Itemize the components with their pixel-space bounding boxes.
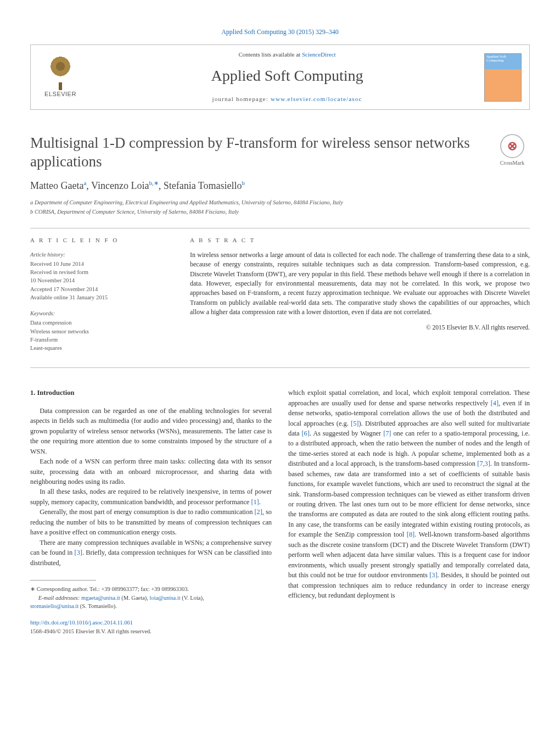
abstract-copyright: © 2015 Elsevier B.V. All rights reserved…: [190, 323, 530, 332]
doi-link[interactable]: http://dx.doi.org/10.1016/j.asoc.2014.11…: [30, 620, 133, 626]
article-info-block: A R T I C L E I N F O Article history: R…: [30, 228, 180, 367]
footnotes: ∗ Corresponding author. Tel.: +39 089963…: [30, 585, 272, 611]
keyword: Wireless sensor networks: [30, 327, 170, 336]
corresponding-author-note: ∗ Corresponding author. Tel.: +39 089963…: [30, 585, 272, 594]
article-info-heading: A R T I C L E I N F O: [30, 236, 170, 245]
affiliations: a Department of Computer Engineering, El…: [30, 198, 530, 215]
history-line: Received in revised form: [30, 268, 170, 276]
body-paragraph: Each node of a WSN can perform three mai…: [30, 456, 272, 487]
email-link[interactable]: stomasiello@unisa.it: [30, 603, 79, 609]
body-columns: 1. Introduction Data compression can be …: [30, 388, 530, 636]
email-addresses: E-mail addresses: mgaeta@unisa.it (M. Ga…: [38, 594, 272, 602]
citation-link[interactable]: [7]: [383, 429, 391, 437]
author-3: Stefania Tomasiello: [164, 180, 242, 191]
history-line: Accepted 17 November 2014: [30, 285, 170, 293]
body-paragraph: There are many compression techniques av…: [30, 538, 272, 568]
journal-name: Applied Soft Computing: [90, 65, 484, 87]
journal-reference: Applied Soft Computing 30 (2015) 329–340: [30, 27, 530, 37]
crossmark-label: CrossMark: [500, 160, 524, 166]
sciencedirect-link[interactable]: ScienceDirect: [302, 51, 336, 58]
cover-band: Applied Soft Computing: [485, 54, 521, 69]
elsevier-logo[interactable]: ELSEVIER: [38, 55, 82, 99]
journal-header: ELSEVIER Contents lists available at Sci…: [30, 44, 530, 109]
citation-link[interactable]: [1]: [251, 498, 259, 506]
author-3-aff: b: [242, 180, 245, 186]
authors-line: Matteo Gaetaa, Vincenzo Loiab,∗, Stefani…: [30, 178, 530, 193]
email-link[interactable]: mgaeta@unisa.it: [81, 595, 120, 601]
section-1-heading: 1. Introduction: [30, 388, 272, 398]
crossmark-badge[interactable]: ⊗ CrossMark: [495, 134, 530, 168]
citation-link[interactable]: [2]: [254, 508, 262, 516]
history-line: Available online 31 January 2015: [30, 293, 170, 302]
history-line: 10 November 2014: [30, 276, 170, 284]
history-line: Received 10 June 2014: [30, 260, 170, 268]
abstract-heading: A B S T R A C T: [190, 236, 530, 245]
contents-list-line: Contents lists available at ScienceDirec…: [90, 51, 484, 59]
footnote-separator: [30, 580, 96, 581]
keyword: Least-squares: [30, 344, 170, 352]
citation-link[interactable]: [7,3]: [477, 460, 490, 467]
journal-ref-link[interactable]: Applied Soft Computing 30 (2015) 329–340: [221, 28, 339, 36]
affiliation-b: b CORISA, Department of Computer Science…: [30, 208, 530, 216]
author-2-aff: b,∗: [149, 180, 158, 186]
email-link[interactable]: loia@unisa.it: [150, 595, 181, 601]
abstract-block: A B S T R A C T In wireless sensor netwo…: [180, 228, 530, 367]
history-label: Article history:: [30, 250, 170, 259]
crossmark-icon: ⊗: [500, 134, 524, 158]
email-addresses-cont: stomasiello@unisa.it (S. Tomasiello).: [30, 602, 272, 611]
citation-link[interactable]: [8]: [407, 531, 415, 538]
keyword: F-transform: [30, 336, 170, 344]
affiliation-a: a Department of Computer Engineering, El…: [30, 198, 530, 207]
doi-block: http://dx.doi.org/10.1016/j.asoc.2014.11…: [30, 618, 272, 636]
elsevier-tree-icon: [46, 56, 75, 86]
body-paragraph: Data compression can be regarded as one …: [30, 406, 272, 456]
citation-link[interactable]: [3]: [75, 549, 82, 556]
journal-cover-thumbnail: Applied Soft Computing: [484, 53, 522, 102]
keyword: Data compression: [30, 319, 170, 327]
citation-link[interactable]: [5]: [351, 420, 359, 427]
contents-prefix: Contents lists available at: [238, 51, 301, 58]
journal-homepage-line: journal homepage: www.elsevier.com/locat…: [90, 95, 484, 104]
body-paragraph: Generally, the most part of energy consu…: [30, 507, 272, 537]
author-1: Matteo Gaeta: [30, 180, 83, 191]
homepage-prefix: journal homepage:: [212, 96, 271, 102]
abstract-text: In wireless sensor networks a large amou…: [190, 250, 530, 317]
citation-link[interactable]: [4]: [491, 399, 499, 407]
issn-copyright: 1568-4946/© 2015 Elsevier B.V. All right…: [30, 627, 272, 636]
journal-homepage-link[interactable]: www.elsevier.com/locate/asoc: [271, 96, 362, 102]
article-meta-row: A R T I C L E I N F O Article history: R…: [30, 228, 530, 368]
body-paragraph: which exploit spatial correlation, and l…: [288, 388, 530, 600]
keywords-label: Keywords:: [30, 309, 170, 317]
corresponding-mark[interactable]: ∗: [154, 180, 159, 186]
citation-link[interactable]: [3]: [429, 571, 437, 579]
article-title: Multisignal 1-D compression by F-transfo…: [30, 134, 487, 171]
body-paragraph: In all these tasks, nodes are required t…: [30, 487, 272, 507]
author-2: Vincenzo Loia: [91, 180, 149, 191]
citation-link[interactable]: [6]: [301, 429, 309, 437]
elsevier-text: ELSEVIER: [44, 90, 76, 99]
